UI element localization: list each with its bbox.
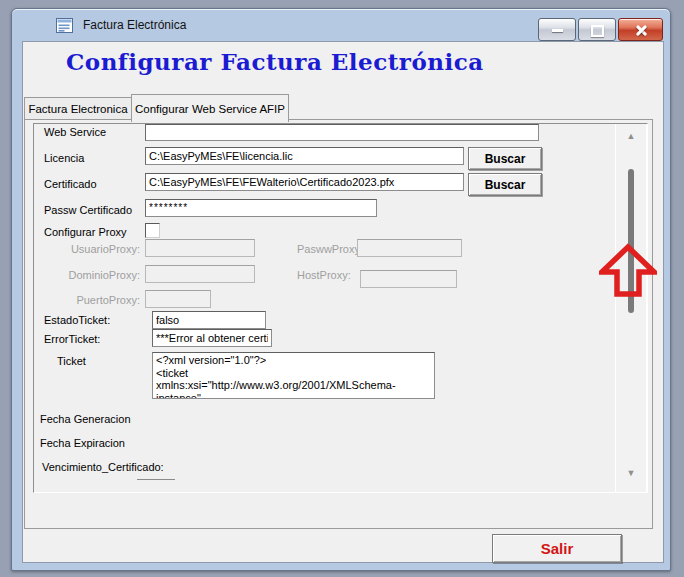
puerto-proxy-label: PuertoProxy:: [44, 294, 140, 306]
licencia-buscar-button[interactable]: Buscar: [468, 147, 542, 170]
usuario-proxy-input: [145, 239, 255, 257]
minimize-icon: [552, 29, 563, 32]
maximize-button[interactable]: [578, 18, 616, 41]
configurar-proxy-label: Configurar Proxy: [44, 226, 127, 238]
error-ticket-label: ErrorTicket:: [44, 333, 100, 345]
usuario-proxy-label: UsuarioProxy:: [44, 243, 140, 255]
window-title: Factura Electrónica: [83, 18, 186, 32]
form-client-area: Configurar Factura Electrónica Factura E…: [22, 41, 664, 563]
fecha-generacion-label: Fecha Generacion: [40, 413, 131, 425]
certificado-input[interactable]: [145, 173, 464, 191]
estado-ticket-input[interactable]: [152, 311, 266, 329]
pasww-proxy-input: [357, 239, 462, 257]
salir-button[interactable]: Salir: [492, 534, 622, 563]
passw-certificado-label: Passw Certificado: [44, 204, 132, 216]
scroll-down-icon[interactable]: ▼: [615, 468, 647, 478]
host-proxy-input: [360, 270, 457, 288]
tab-factura-electronica[interactable]: Factura Electronica: [24, 97, 132, 120]
web-service-input[interactable]: [145, 124, 539, 141]
window-controls: [538, 18, 663, 41]
estado-ticket-label: EstadoTicket:: [44, 314, 110, 326]
form-window-icon: [56, 18, 73, 33]
certificado-buscar-button[interactable]: Buscar: [468, 173, 542, 196]
ticket-label: Ticket: [57, 355, 86, 367]
web-service-label: Web Service: [44, 126, 106, 138]
pasww-proxy-label: PaswwProxy:: [297, 243, 363, 255]
minimize-button[interactable]: [538, 18, 576, 41]
page-title: Configurar Factura Electrónica: [66, 48, 484, 75]
configurar-proxy-checkbox[interactable]: [145, 223, 160, 238]
app-window: Factura Electrónica Configurar Factura E…: [11, 8, 671, 571]
empty-value-underline: [137, 479, 175, 480]
titlebar[interactable]: Factura Electrónica: [12, 9, 670, 41]
maximize-icon: [591, 25, 604, 37]
licencia-input[interactable]: [145, 147, 464, 165]
scroll-up-icon[interactable]: ▲: [615, 131, 647, 141]
dominio-proxy-label: DominioProxy:: [44, 269, 140, 281]
certificado-label: Certificado: [44, 178, 97, 190]
passw-certificado-input[interactable]: [145, 199, 377, 217]
dominio-proxy-input: [145, 265, 255, 283]
vertical-scrollbar[interactable]: ▲ ▼: [615, 124, 647, 492]
close-button[interactable]: [618, 18, 663, 41]
host-proxy-label: HostProxy:: [297, 269, 351, 281]
tab-configurar-web-service-afip[interactable]: Configurar Web Service AFIP: [131, 94, 289, 122]
puerto-proxy-input: [145, 290, 211, 308]
ticket-textarea[interactable]: <?xml version="1.0"?> <ticket xmlns:xsi=…: [152, 352, 435, 399]
fecha-expiracion-label: Fecha Expiracion: [40, 437, 125, 449]
vencimiento-certificado-label: Vencimiento_Certificado:: [42, 461, 164, 473]
licencia-label: Licencia: [44, 152, 84, 164]
red-up-arrow-icon: [599, 243, 657, 298]
error-ticket-input[interactable]: [152, 329, 272, 347]
